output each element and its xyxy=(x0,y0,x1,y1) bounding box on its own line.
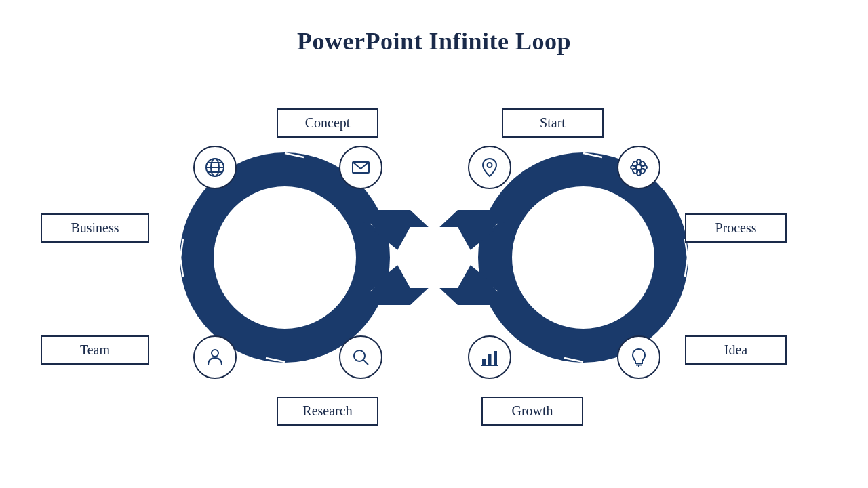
svg-marker-11 xyxy=(393,227,475,288)
business-text: Business xyxy=(71,220,119,236)
lightbulb-icon-circle xyxy=(617,336,660,379)
person-icon-circle xyxy=(193,336,237,379)
svg-point-33 xyxy=(488,163,492,167)
concept-text: Concept xyxy=(305,115,351,131)
growth-text: Growth xyxy=(511,403,553,419)
svg-point-41 xyxy=(632,168,639,175)
svg-point-40 xyxy=(639,161,646,167)
page-title: PowerPoint Infinite Loop xyxy=(0,0,868,56)
svg-point-30 xyxy=(212,350,218,357)
research-label: Research xyxy=(277,396,378,426)
svg-rect-43 xyxy=(482,359,486,365)
search-icon-circle xyxy=(339,336,382,379)
envelope-icon-circle xyxy=(339,146,382,189)
diagram-area: Concept Start Business Team Research Gro… xyxy=(0,75,868,468)
svg-point-4 xyxy=(512,186,654,329)
flower-icon-circle xyxy=(617,146,660,189)
research-text: Research xyxy=(302,403,352,419)
svg-point-2 xyxy=(214,186,356,329)
svg-rect-44 xyxy=(488,354,492,365)
start-label: Start xyxy=(502,108,604,138)
location-icon-circle xyxy=(468,146,511,189)
svg-point-42 xyxy=(639,168,646,175)
process-label: Process xyxy=(685,214,787,243)
start-text: Start xyxy=(540,115,566,131)
globe-icon-circle xyxy=(193,146,237,189)
svg-point-31 xyxy=(354,350,365,361)
barchart-icon-circle xyxy=(468,336,511,379)
svg-marker-15 xyxy=(526,354,539,367)
idea-text: Idea xyxy=(724,342,747,358)
idea-label: Idea xyxy=(685,336,787,365)
process-text: Process xyxy=(715,220,756,236)
concept-label: Concept xyxy=(277,108,378,138)
team-text: Team xyxy=(80,342,110,358)
business-label: Business xyxy=(41,214,149,243)
team-label: Team xyxy=(41,336,149,365)
svg-rect-45 xyxy=(494,351,497,365)
svg-line-32 xyxy=(363,360,368,365)
growth-label: Growth xyxy=(481,396,583,426)
svg-point-39 xyxy=(632,161,639,167)
